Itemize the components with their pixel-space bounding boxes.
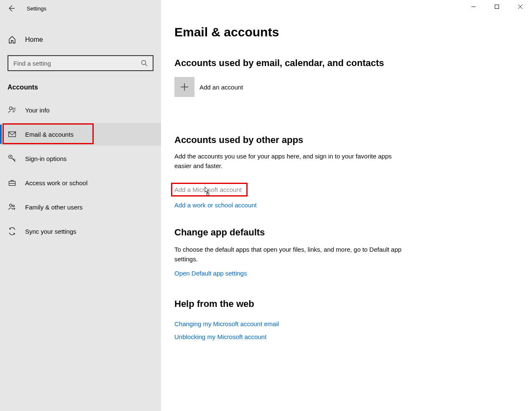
search-icon xyxy=(136,60,153,66)
svg-rect-6 xyxy=(9,132,16,137)
search-input[interactable] xyxy=(8,60,136,67)
plus-icon xyxy=(174,77,194,97)
home-label: Home xyxy=(25,36,43,43)
sidebar-item-label: Your info xyxy=(25,107,50,114)
add-account-button[interactable]: Add an account xyxy=(174,77,243,97)
search-container xyxy=(8,55,153,71)
add-work-school-link[interactable]: Add a work or school account xyxy=(174,202,257,209)
sidebar-item-sign-in-options[interactable]: Sign-in options xyxy=(0,147,161,170)
sidebar-item-label: Access work or school xyxy=(25,179,87,186)
section-heading-email: Accounts used by email, calendar, and co… xyxy=(174,58,519,69)
people-icon xyxy=(8,203,17,211)
mail-icon xyxy=(8,130,17,138)
page-title: Email & accounts xyxy=(174,25,519,39)
sidebar-item-family-other-users[interactable]: Family & other users xyxy=(0,196,161,218)
svg-point-8 xyxy=(10,156,11,158)
category-label: Accounts xyxy=(8,84,161,91)
sidebar-item-label: Sync your settings xyxy=(25,228,77,235)
svg-rect-16 xyxy=(495,5,499,9)
key-icon xyxy=(8,154,17,163)
sidebar-item-label: Family & other users xyxy=(25,204,83,211)
section-other-apps-desc: Add the accounts you use for your apps h… xyxy=(174,151,409,171)
user-info-icon xyxy=(8,106,17,114)
section-heading-other-apps: Accounts used by other apps xyxy=(174,135,519,146)
help-link-unblock-account[interactable]: Unblocking my Microsoft account xyxy=(174,333,266,340)
sidebar-item-access-work-school[interactable]: Access work or school xyxy=(0,171,161,194)
content-area: Email & accounts Accounts used by email,… xyxy=(161,0,532,411)
window-controls xyxy=(462,0,532,13)
sync-icon xyxy=(8,227,17,235)
open-default-app-settings-link[interactable]: Open Default app settings xyxy=(174,270,247,277)
settings-sidebar: Settings Home Accounts Your info Email & xyxy=(0,0,161,411)
add-microsoft-account-label: Add a Microsoft account xyxy=(174,186,242,193)
back-icon[interactable] xyxy=(8,5,15,12)
briefcase-icon xyxy=(8,179,17,187)
sidebar-item-label: Email & accounts xyxy=(25,131,74,138)
home-icon xyxy=(8,36,17,44)
add-account-label: Add an account xyxy=(200,84,243,91)
maximize-button[interactable] xyxy=(485,0,509,13)
section-heading-help: Help from the web xyxy=(174,299,519,309)
add-microsoft-account-link[interactable]: Add a Microsoft account xyxy=(174,186,242,193)
svg-point-2 xyxy=(9,107,12,110)
svg-point-11 xyxy=(10,204,12,207)
sidebar-item-sync-settings[interactable]: Sync your settings xyxy=(0,220,161,243)
section-heading-app-defaults: Change app defaults xyxy=(174,227,519,238)
home-button[interactable]: Home xyxy=(0,28,161,51)
close-button[interactable] xyxy=(509,0,532,13)
help-link-change-email[interactable]: Changing my Microsoft account email xyxy=(174,320,279,327)
svg-line-1 xyxy=(146,64,148,66)
search-box[interactable] xyxy=(8,55,153,71)
sidebar-item-your-info[interactable]: Your info xyxy=(0,99,161,121)
section-app-defaults-desc: To choose the default apps that open you… xyxy=(174,245,409,264)
sidebar-item-label: Sign-in options xyxy=(25,155,66,162)
minimize-button[interactable] xyxy=(462,0,485,13)
app-title: Settings xyxy=(27,5,46,12)
sidebar-item-email-accounts[interactable]: Email & accounts xyxy=(0,123,161,146)
svg-point-12 xyxy=(13,205,14,207)
svg-point-0 xyxy=(142,61,146,65)
titlebar: Settings xyxy=(0,0,161,17)
